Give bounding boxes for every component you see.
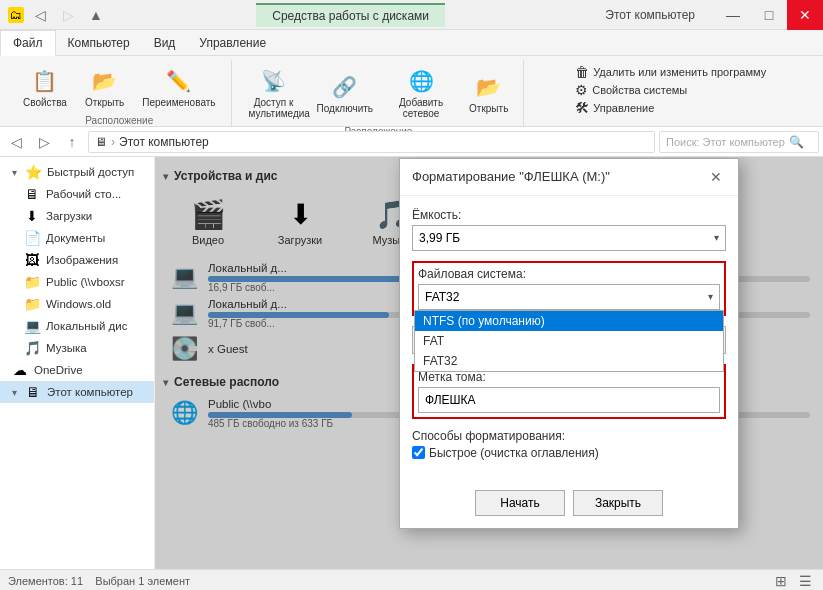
system-props-label: Свойства системы [592, 84, 687, 96]
sidebar-item-documents[interactable]: 📄 Документы [0, 227, 154, 249]
desktop-icon: 🖥 [24, 186, 40, 202]
thispc-chevron-icon: ▾ [12, 387, 17, 398]
disk-tools-tab[interactable]: Средства работы с дисками [256, 3, 445, 27]
uninstall-icon: 🗑 [575, 64, 589, 80]
sidebar-item-localdisk[interactable]: 💻 Локальный дис [0, 315, 154, 337]
grid-view-button[interactable]: ⊞ [771, 571, 791, 591]
sidebar-item-windowsold[interactable]: 📁 Windows.old [0, 293, 154, 315]
quick-format-text: Быстрое (очистка оглавления) [429, 446, 599, 460]
dialog-overlay: Форматирование "ФЛЕШКА (М:)" ✕ Ёмкость: … [155, 157, 823, 569]
up-nav-button[interactable]: ↑ [60, 130, 84, 154]
ribbon-content: 📋 Свойства 📂 Открыть ✏️ Переименовать Ра… [0, 56, 823, 126]
uninstall-label: Удалить или изменить программу [593, 66, 766, 78]
windowsold-label: Windows.old [46, 298, 111, 310]
desktop-label: Рабочий сто... [46, 188, 121, 200]
volume-input[interactable] [418, 387, 720, 413]
maximize-button[interactable]: □ [751, 0, 787, 30]
downloads-label: Загрузки [46, 210, 92, 222]
quick-format-checkbox[interactable] [412, 446, 425, 459]
forward-button[interactable]: ▷ [56, 3, 80, 27]
tab-file[interactable]: Файл [0, 30, 56, 56]
uninstall-button[interactable]: 🗑 Удалить или изменить программу [575, 64, 766, 80]
manage-label: Управление [593, 102, 654, 114]
filesystem-dropdown[interactable]: FAT32 ▾ [418, 284, 720, 310]
breadcrumb-text: Этот компьютер [119, 135, 209, 149]
quick-format-label[interactable]: Быстрое (очистка оглавления) [412, 446, 726, 460]
bc-sep: › [111, 135, 115, 149]
sidebar-item-thispc[interactable]: ▾ 🖥 Этот компьютер [0, 381, 154, 403]
tab-manage[interactable]: Управление [187, 30, 278, 55]
open2-button[interactable]: 📂 Открыть [462, 66, 515, 119]
media-access-button[interactable]: 📡 Доступ к мультимедиа [242, 60, 306, 124]
filesystem-value: FAT32 [425, 290, 459, 304]
tab-view[interactable]: Вид [142, 30, 188, 55]
add-network-label: Добавить сетевое [391, 97, 451, 119]
search-box[interactable]: Поиск: Этот компьютер 🔍 [659, 131, 819, 153]
capacity-label: Ёмкость: [412, 208, 726, 222]
documents-icon: 📄 [24, 230, 40, 246]
connect-label: Подключить [317, 103, 374, 114]
dialog-title: Форматирование "ФЛЕШКА (М:)" [412, 169, 610, 184]
list-view-button[interactable]: ☰ [795, 571, 815, 591]
add-network-icon: 🌐 [405, 65, 437, 97]
tab-computer[interactable]: Компьютер [56, 30, 142, 55]
sidebar-item-public[interactable]: 📁 Public (\\vboxsr [0, 271, 154, 293]
ribbon-group-network: 📡 Доступ к мультимедиа 🔗 Подключить 🌐 До… [234, 60, 525, 126]
format-dialog: Форматирование "ФЛЕШКА (М:)" ✕ Ёмкость: … [399, 158, 739, 529]
start-button[interactable]: Начать [475, 490, 565, 516]
forward-nav-button[interactable]: ▷ [32, 130, 56, 154]
ribbon-tabs: Файл Компьютер Вид Управление [0, 30, 823, 56]
sidebar-item-quickaccess[interactable]: ▾ ⭐ Быстрый доступ [0, 161, 154, 183]
onedrive-label: OneDrive [34, 364, 83, 376]
dialog-close-button[interactable]: ✕ [706, 167, 726, 187]
dialog-title-bar: Форматирование "ФЛЕШКА (М:)" ✕ [400, 159, 738, 196]
chevron-icon: ▾ [12, 167, 17, 178]
address-bar: ◁ ▷ ↑ 🖥 › Этот компьютер Поиск: Этот ком… [0, 127, 823, 157]
quickaccess-icon: ⭐ [25, 164, 41, 180]
up-button[interactable]: ▲ [84, 3, 108, 27]
rename-button[interactable]: ✏️ Переименовать [135, 60, 222, 113]
pictures-icon: 🖼 [24, 252, 40, 268]
capacity-dropdown[interactable]: 3,99 ГБ ▾ [412, 225, 726, 251]
public-label: Public (\\vboxsr [46, 276, 125, 288]
back-button[interactable]: ◁ [28, 3, 52, 27]
option-fat32[interactable]: FAT32 [415, 351, 723, 371]
capacity-value: 3,99 ГБ [419, 231, 460, 245]
format-options: Способы форматирования: Быстрое (очистка… [412, 429, 726, 460]
dialog-body: Ёмкость: 3,99 ГБ ▾ Файловая система: FAT… [400, 196, 738, 482]
ribbon-group-system: 🗑 Удалить или изменить программу ⚙ Свойс… [526, 60, 815, 126]
sidebar-item-pictures[interactable]: 🖼 Изображения [0, 249, 154, 271]
open2-label: Открыть [469, 103, 508, 114]
properties-button[interactable]: 📋 Свойства [16, 60, 74, 113]
title-center: Средства работы с дисками [116, 3, 585, 27]
option-fat[interactable]: FAT [415, 331, 723, 351]
add-network-button[interactable]: 🌐 Добавить сетевое [384, 60, 458, 124]
public-icon: 📁 [24, 274, 40, 290]
manage-button[interactable]: 🛠 Управление [575, 100, 766, 116]
close-button[interactable]: ✕ [787, 0, 823, 30]
open2-icon: 📂 [473, 71, 505, 103]
back-nav-button[interactable]: ◁ [4, 130, 28, 154]
sidebar-item-downloads[interactable]: ⬇ Загрузки [0, 205, 154, 227]
sidebar-item-onedrive[interactable]: ☁ OneDrive [0, 359, 154, 381]
quickaccess-label: Быстрый доступ [47, 166, 134, 178]
ribbon-group-items: 📋 Свойства 📂 Открыть ✏️ Переименовать [16, 60, 223, 113]
pictures-label: Изображения [46, 254, 118, 266]
open-button[interactable]: 📂 Открыть [78, 60, 131, 113]
windowsold-icon: 📁 [24, 296, 40, 312]
filesystem-label: Файловая система: [418, 267, 720, 281]
connect-button[interactable]: 🔗 Подключить [310, 66, 381, 119]
sidebar-item-desktop[interactable]: 🖥 Рабочий сто... [0, 183, 154, 205]
volume-label-text: Метка тома: [418, 370, 720, 384]
minimize-button[interactable]: — [715, 0, 751, 30]
option-ntfs[interactable]: NTFS (по умолчанию) [415, 311, 723, 331]
rename-icon: ✏️ [163, 65, 195, 97]
selected-text: Выбран 1 элемент [95, 575, 190, 587]
filesystem-arrow-icon: ▾ [708, 291, 713, 302]
breadcrumb[interactable]: 🖥 › Этот компьютер [88, 131, 655, 153]
status-view-controls: ⊞ ☰ [771, 571, 815, 591]
system-props-button[interactable]: ⚙ Свойства системы [575, 82, 766, 98]
status-bar: Элементов: 11 Выбран 1 элемент ⊞ ☰ [0, 569, 823, 590]
sidebar-item-music[interactable]: 🎵 Музыка [0, 337, 154, 359]
close-dialog-button[interactable]: Закрыть [573, 490, 663, 516]
